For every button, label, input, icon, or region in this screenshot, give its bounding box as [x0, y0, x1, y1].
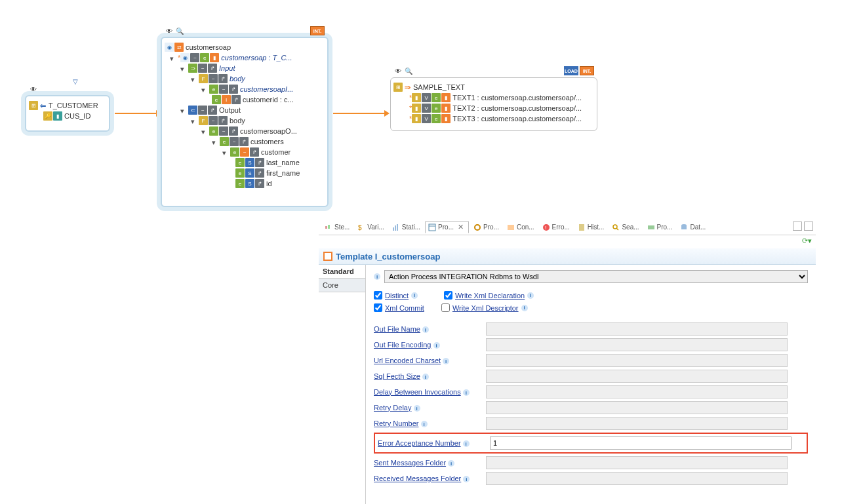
link-xml-commit[interactable]: Xml Commit [385, 304, 424, 312]
side-tabs: Standard Core [319, 265, 366, 504]
link-error-acceptance[interactable]: Error Acceptance Number [378, 439, 461, 447]
info-icon[interactable]: i [374, 273, 380, 280]
link-retry-number[interactable]: Retry Number [374, 419, 418, 427]
field-label: CUS_ID [63, 112, 90, 120]
magnify-icon: 🔍 [404, 66, 413, 75]
highlighted-field: Error Acceptance Number i [374, 433, 808, 454]
link-sent-messages[interactable]: Sent Messages Folder [374, 459, 446, 467]
cb-xml-commit[interactable] [374, 303, 382, 312]
tab-variables[interactable]: $Vari... [354, 222, 387, 233]
expander[interactable]: ▾ [191, 75, 197, 82]
input-retry-delay[interactable] [486, 401, 788, 414]
link-url-encoded-charset[interactable]: Url Encoded Charset [374, 357, 441, 364]
int-badge: INT. [310, 26, 325, 35]
info-icon[interactable]: i [463, 476, 470, 482]
info-icon[interactable]: i [443, 358, 449, 364]
info-icon[interactable]: i [448, 460, 454, 467]
tab-history[interactable]: Hist... [574, 222, 608, 233]
cb-write-xml-decl[interactable] [444, 291, 452, 300]
link-out-file-name[interactable]: Out File Name [374, 325, 420, 333]
info-icon[interactable]: i [527, 292, 534, 299]
cb-distinct[interactable] [374, 291, 382, 300]
info-icon[interactable]: i [433, 342, 440, 349]
side-tab-core[interactable]: Core [319, 279, 365, 292]
form-area: i Action Process INTEGRATION Rdbms to Ws… [366, 265, 816, 504]
tab-statistics[interactable]: Stati... [389, 222, 424, 233]
funnel-icon: ▽ [71, 77, 80, 86]
expander[interactable]: ▾ [170, 54, 176, 61]
node-t-customer[interactable]: 👁 ▽ ⊞ ⇐ T_CUSTOMER 🔑 ▮ CUS_ID [25, 95, 110, 132]
eye-icon: 👁 [29, 85, 38, 94]
info-icon[interactable]: i [463, 389, 470, 396]
node-sample-text[interactable]: 👁 🔍 LOAD INT. ⊞ ⇒ SAMPLE_TEXT *▮Ve▮TEXT1… [390, 77, 597, 131]
input-out-file-name[interactable] [486, 322, 788, 336]
input-url-encoded-charset[interactable] [486, 354, 788, 367]
link-out-file-encoding[interactable]: Out File Encoding [374, 341, 431, 349]
info-icon[interactable]: i [422, 326, 429, 333]
svg-rect-12 [579, 224, 584, 231]
tab-problems[interactable]: Pro... [644, 222, 676, 233]
svg-rect-5 [397, 224, 398, 231]
tab-search[interactable]: Sea... [609, 222, 642, 233]
expander[interactable]: ▾ [201, 86, 208, 92]
template-title: Template I_customersoap [336, 252, 440, 262]
tab-data[interactable]: Dat... [677, 222, 709, 233]
expander[interactable]: ▾ [212, 138, 218, 145]
expander[interactable]: ▾ [222, 149, 229, 155]
info-icon[interactable]: i [414, 405, 420, 412]
svg-rect-4 [395, 225, 396, 231]
link-retry-delay[interactable]: Retry Delay [374, 404, 411, 412]
refresh-icon[interactable]: ⟳▾ [802, 237, 812, 247]
info-icon[interactable]: i [463, 440, 470, 447]
input-retry-number[interactable] [486, 417, 788, 430]
svg-text:!: ! [545, 225, 546, 231]
tab-console[interactable]: Con... [504, 222, 538, 233]
svg-rect-3 [393, 227, 394, 231]
input-error-acceptance[interactable] [490, 436, 792, 450]
node-customersoap[interactable]: 👁 🔍 INT. ◉ ⇄ customersoap ▾*◉~e▮customer… [161, 37, 329, 207]
connector-arrow [115, 113, 157, 114]
eye-icon: 👁 [393, 66, 403, 75]
action-select[interactable]: Action Process INTEGRATION Rdbms to Wsdl [384, 270, 808, 283]
node-title: T_CUSTOMER [47, 102, 98, 109]
info-icon[interactable]: i [521, 305, 528, 311]
expander[interactable]: ▾ [180, 65, 187, 71]
cb-write-xml-desc[interactable] [441, 303, 450, 312]
side-tab-standard[interactable]: Standard [319, 265, 365, 279]
link-distinct[interactable]: Distinct [385, 292, 409, 300]
tab-steps[interactable]: Ste... [321, 222, 353, 233]
tab-progress[interactable]: Pro... [470, 222, 502, 233]
minimize-icon[interactable] [793, 222, 802, 231]
svg-point-8 [475, 225, 480, 230]
tab-properties-active[interactable]: Pro...✕ [425, 221, 469, 233]
info-icon[interactable]: i [411, 292, 418, 299]
svg-rect-1 [328, 225, 330, 229]
magnify-icon: 🔍 [175, 26, 184, 35]
int-badge: INT. [580, 66, 594, 75]
input-sql-fetch-size[interactable] [486, 370, 788, 383]
tab-errors[interactable]: !Erro... [539, 222, 573, 233]
link-write-xml-desc[interactable]: Write Xml Descriptor [452, 304, 519, 312]
input-received-messages[interactable] [486, 472, 788, 485]
maximize-icon[interactable] [804, 222, 813, 231]
link-write-xml-decl[interactable]: Write Xml Declaration [455, 292, 525, 300]
link-delay-between[interactable]: Delay Between Invocations [374, 388, 461, 396]
input-delay-between[interactable] [486, 385, 788, 398]
svg-rect-17 [681, 225, 687, 229]
svg-rect-0 [325, 226, 327, 229]
expander[interactable]: ▾ [180, 107, 187, 113]
info-icon[interactable]: i [422, 374, 429, 380]
svg-rect-9 [508, 225, 514, 230]
key-icon: 🔑 [43, 111, 52, 121]
input-sent-messages[interactable] [486, 456, 788, 469]
expander[interactable]: ▾ [191, 117, 197, 124]
link-received-messages[interactable]: Received Messages Folder [374, 475, 461, 482]
table-icon: ⊞ [29, 101, 38, 110]
link-sql-fetch-size[interactable]: Sql Fecth Size [374, 372, 420, 380]
table-icon: ⊞ [393, 83, 403, 92]
info-icon[interactable]: i [421, 421, 428, 427]
expander[interactable]: ▾ [201, 128, 208, 134]
input-out-file-encoding[interactable] [486, 338, 788, 351]
node-title: customersoap [184, 43, 231, 51]
tab-close-icon[interactable]: ✕ [456, 223, 466, 231]
